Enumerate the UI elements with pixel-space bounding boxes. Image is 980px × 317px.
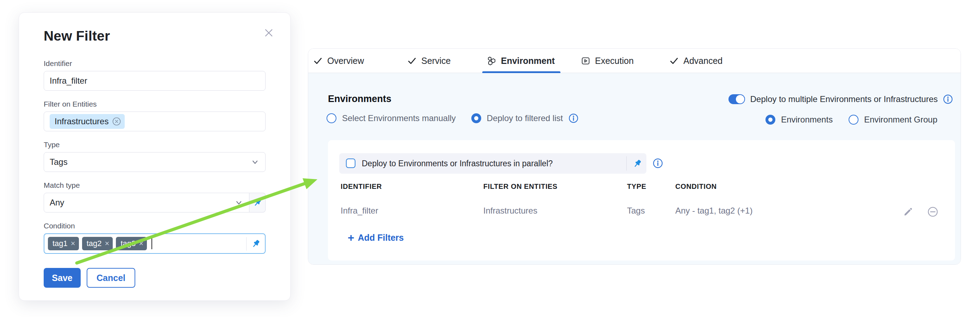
type-label: Type	[44, 141, 266, 149]
execution-play-icon	[581, 56, 590, 66]
match-type-label: Match type	[44, 181, 266, 190]
tab-label: Advanced	[683, 56, 722, 66]
table-row-identifier: Infra_filter	[340, 206, 378, 216]
type-select[interactable]: Tags	[44, 152, 266, 172]
new-filter-modal: New Filter Identifier Infra_filter Filte…	[19, 12, 291, 301]
tag-remove-icon[interactable]: ×	[105, 240, 110, 247]
tag-remove-icon[interactable]: ×	[71, 240, 75, 247]
tab-label: Environment	[501, 56, 555, 66]
chip-remove-icon[interactable]	[112, 117, 121, 126]
cancel-button[interactable]: Cancel	[87, 268, 135, 288]
radio-environments[interactable]: Environments	[765, 115, 833, 125]
divider	[626, 156, 627, 171]
column-header-condition: CONDITION	[675, 183, 717, 191]
condition-label: Condition	[44, 222, 266, 230]
modal-title: New Filter	[44, 28, 266, 44]
match-type-value: Any	[50, 198, 64, 208]
pin-icon	[251, 239, 261, 248]
check-icon	[313, 56, 323, 66]
entities-label: Filter on Entities	[44, 100, 266, 108]
toggle-label: Deploy to multiple Environments or Infra…	[750, 94, 938, 104]
radio-select-environments-manually[interactable]: Select Environments manually	[326, 113, 456, 123]
radio-icon[interactable]	[765, 115, 775, 125]
column-header-type: TYPE	[627, 183, 646, 191]
remove-minus-circle-icon[interactable]	[928, 207, 938, 217]
tab-advanced[interactable]: Advanced	[669, 49, 722, 73]
pin-icon	[253, 198, 262, 207]
tab-environment[interactable]: Environment	[487, 49, 555, 73]
entities-input[interactable]: Infrastructures	[44, 112, 266, 131]
filters-card: Deploy to Environments or Infrastructure…	[328, 140, 955, 261]
radio-label: Environments	[781, 115, 833, 125]
column-header-filter-on-entities: FILTER ON ENTITIES	[483, 183, 557, 191]
condition-tags-input[interactable]: tag1 × tag2 × tag3 ×	[44, 233, 266, 254]
info-icon[interactable]	[568, 113, 578, 123]
condition-pin-button[interactable]	[251, 239, 261, 248]
deploy-multiple-toggle-row: Deploy to multiple Environments or Infra…	[729, 94, 953, 104]
parallel-checkbox-label: Deploy to Environments or Infrastructure…	[362, 153, 553, 174]
text-cursor	[151, 238, 152, 249]
pipeline-stage-panel: Overview Service Environment Execu	[308, 48, 961, 265]
tab-overview[interactable]: Overview	[313, 49, 364, 73]
add-filters-label: Add Filters	[358, 233, 404, 243]
match-type-pin-button[interactable]	[250, 193, 266, 213]
identifier-label: Identifier	[44, 59, 266, 68]
tag-label: tag2	[87, 239, 102, 248]
info-icon[interactable]	[653, 158, 663, 168]
chevron-down-icon	[250, 157, 259, 167]
check-icon	[669, 56, 679, 66]
parallel-checkbox[interactable]	[346, 158, 355, 168]
deploy-multiple-toggle[interactable]	[729, 94, 745, 104]
edit-pencil-icon[interactable]	[903, 207, 913, 217]
radio-label: Environment Group	[864, 115, 937, 125]
table-row-condition: Any - tag1, tag2 (+1)	[675, 206, 752, 216]
add-filters-button[interactable]: + Add Filters	[348, 232, 404, 243]
parallel-pin-button[interactable]	[633, 159, 642, 168]
close-icon[interactable]	[263, 27, 275, 39]
radio-label: Deploy to filtered list	[487, 113, 563, 123]
tab-label: Overview	[327, 56, 364, 66]
condition-tag-chip: tag2 ×	[82, 237, 113, 250]
radio-deploy-to-filtered-list[interactable]: Deploy to filtered list	[471, 113, 578, 123]
environments-heading: Environments	[328, 94, 391, 104]
stage-tabbar: Overview Service Environment Execu	[308, 49, 961, 73]
entities-chip-label: Infrastructures	[55, 117, 108, 126]
column-header-identifier: IDENTIFIER	[340, 183, 382, 191]
condition-tag-chip: tag1 ×	[48, 237, 79, 250]
tag-label: tag3	[121, 239, 135, 248]
radio-environment-group[interactable]: Environment Group	[849, 115, 937, 125]
tag-label: tag1	[52, 239, 68, 248]
toggle-knob	[736, 95, 745, 103]
tab-label: Execution	[595, 56, 634, 66]
info-icon[interactable]	[943, 94, 953, 104]
tab-label: Service	[421, 56, 450, 66]
plus-icon: +	[348, 232, 355, 243]
match-type-select[interactable]: Any	[44, 193, 250, 213]
tag-remove-icon[interactable]: ×	[139, 240, 143, 247]
identifier-value: Infra_filter	[50, 76, 88, 86]
table-row-entities: Infrastructures	[483, 206, 537, 216]
pin-icon	[633, 159, 642, 168]
parallel-option-bar: Deploy to Environments or Infrastructure…	[339, 153, 646, 174]
divider	[246, 237, 247, 251]
page: New Filter Identifier Infra_filter Filte…	[0, 0, 980, 317]
condition-tag-chip: tag3 ×	[116, 237, 147, 250]
table-row-type: Tags	[627, 206, 645, 216]
save-button[interactable]: Save	[44, 268, 81, 288]
tab-service[interactable]: Service	[407, 49, 450, 73]
radio-icon[interactable]	[849, 115, 859, 125]
entities-chip: Infrastructures	[50, 114, 125, 129]
identifier-input[interactable]: Infra_filter	[44, 71, 266, 91]
tab-execution[interactable]: Execution	[581, 49, 634, 73]
chevron-down-icon	[234, 198, 243, 207]
check-icon	[407, 56, 417, 66]
environment-hexagons-icon	[487, 56, 496, 66]
environment-tab-content: Environments Select Environments manuall…	[308, 73, 961, 264]
type-value: Tags	[50, 157, 68, 167]
radio-label: Select Environments manually	[342, 113, 456, 123]
radio-icon[interactable]	[471, 113, 481, 123]
radio-icon[interactable]	[326, 113, 336, 123]
